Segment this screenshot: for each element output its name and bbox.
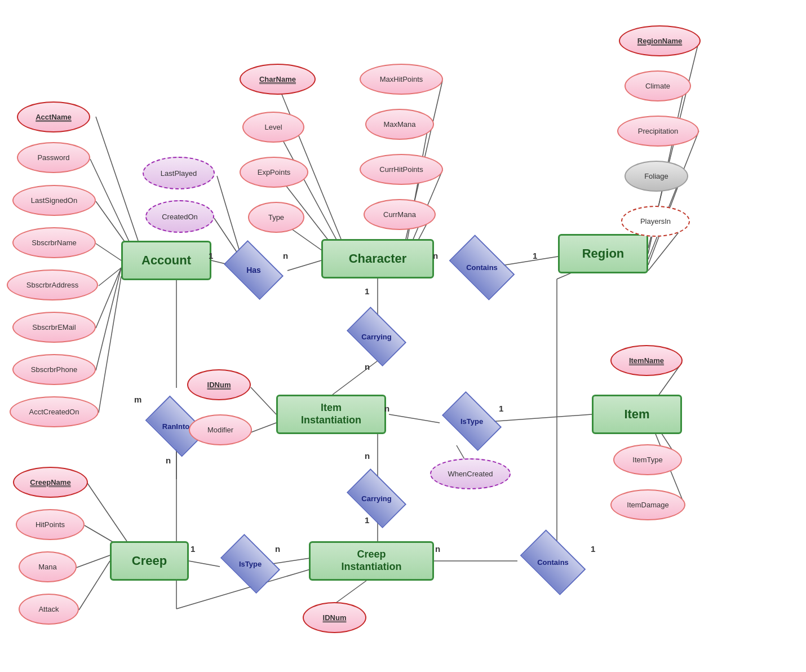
card-16: 1 bbox=[591, 544, 595, 554]
attr-lastplayed-label: LastPlayed bbox=[161, 169, 197, 178]
entity-account: Account bbox=[121, 241, 211, 280]
attr-level: Level bbox=[242, 112, 304, 143]
attr-itemname-label: ItemName bbox=[629, 356, 664, 365]
attr-createdon-label: CreatedOn bbox=[162, 213, 198, 221]
entity-character: Character bbox=[321, 239, 434, 278]
svg-line-28 bbox=[251, 387, 276, 414]
attr-whencreated-label: WhenCreated bbox=[448, 470, 493, 478]
svg-line-23 bbox=[648, 131, 699, 259]
attr-precipitation: Precipitation bbox=[617, 116, 699, 147]
card-14: n bbox=[275, 544, 280, 554]
attr-currmana-label: CurrMana bbox=[383, 210, 416, 219]
attr-playersin-label: PlayersIn bbox=[640, 217, 671, 226]
attr-climate: Climate bbox=[625, 70, 691, 101]
attr-level-label: Level bbox=[264, 123, 282, 131]
attr-charname-label: CharName bbox=[259, 75, 296, 83]
attr-whencreated: WhenCreated bbox=[430, 458, 511, 489]
svg-line-3 bbox=[96, 244, 121, 260]
attr-foliage-label: Foliage bbox=[644, 172, 668, 180]
attr-sbscrbreemail: SbscrbrEMail bbox=[12, 312, 96, 343]
attr-type-label: Type bbox=[268, 213, 284, 222]
svg-line-9 bbox=[287, 260, 321, 271]
attr-hitpoints: HitPoints bbox=[16, 509, 85, 540]
attr-sbscrbrname-label: SbscrbrName bbox=[32, 238, 76, 247]
entity-region-label: Region bbox=[582, 246, 625, 261]
card-10: 1 bbox=[365, 515, 369, 525]
attr-itemname: ItemName bbox=[610, 345, 683, 376]
svg-line-4 bbox=[99, 268, 121, 286]
entity-creep-inst-label: Creep Instantiation bbox=[342, 549, 402, 573]
attr-acctcreatedon-label: AcctCreatedOn bbox=[29, 408, 79, 416]
svg-line-40 bbox=[87, 483, 127, 541]
attr-sbscrbraddress-label: SbscrbrAddress bbox=[26, 281, 78, 289]
svg-line-6 bbox=[96, 268, 121, 370]
attr-acctcreatedon: AcctCreatedOn bbox=[10, 396, 99, 427]
svg-line-43 bbox=[79, 561, 110, 610]
attr-idnum2: IDNum bbox=[303, 602, 366, 633]
diamond-has: Has bbox=[219, 247, 289, 293]
diamond-contains2: Contains bbox=[513, 538, 593, 586]
attr-mana-label: Mana bbox=[38, 563, 57, 571]
attr-itemtype-label: ItemType bbox=[632, 456, 662, 464]
svg-line-27 bbox=[333, 361, 378, 395]
attr-regionname: RegionName bbox=[619, 25, 701, 56]
attr-lastplayed: LastPlayed bbox=[143, 157, 215, 189]
entity-item-instantiation: Item Instantiation bbox=[276, 395, 386, 434]
attr-sbscrbreemail-label: SbscrbrEMail bbox=[32, 323, 76, 331]
attr-charname: CharName bbox=[240, 64, 316, 95]
attr-playersin: PlayersIn bbox=[621, 206, 690, 237]
attr-attack-label: Attack bbox=[38, 605, 59, 613]
attr-exppoints-label: ExpPoints bbox=[258, 168, 291, 176]
attr-sbscrbraddress: SbscrbrAddress bbox=[7, 269, 98, 300]
entity-account-label: Account bbox=[141, 253, 191, 268]
attr-itemdamage: ItemDamage bbox=[610, 489, 685, 520]
er-diagram: Account Character Region Item Instantiat… bbox=[0, 0, 806, 672]
attr-maxmana: MaxMana bbox=[365, 109, 434, 140]
attr-sbscrbrphone: SbscrbrPhone bbox=[12, 354, 96, 385]
attr-idnum1-label: IDNum bbox=[207, 381, 231, 389]
entity-item-label: Item bbox=[624, 407, 649, 422]
attr-createdon: CreatedOn bbox=[145, 200, 214, 233]
card-15: n bbox=[435, 544, 440, 554]
svg-line-29 bbox=[251, 423, 276, 432]
card-7: n bbox=[384, 404, 389, 413]
attr-regionname-label: RegionName bbox=[637, 37, 682, 45]
attr-foliage: Foliage bbox=[625, 161, 688, 192]
entity-creep: Creep bbox=[110, 541, 189, 581]
card-11: m bbox=[134, 395, 141, 404]
card-2: n bbox=[283, 251, 288, 260]
attr-password: Password bbox=[17, 142, 90, 173]
attr-modifier-label: Modifier bbox=[207, 426, 233, 434]
attr-mana: Mana bbox=[19, 551, 77, 582]
entity-region: Region bbox=[558, 234, 648, 273]
diamond-carrying1: Carrying bbox=[340, 313, 413, 360]
diamond-contains1: Contains bbox=[442, 244, 521, 291]
attr-maxhitpoints: MaxHitPoints bbox=[360, 64, 443, 95]
svg-line-42 bbox=[76, 555, 110, 568]
entity-item: Item bbox=[592, 395, 682, 434]
attr-idnum2-label: IDNum bbox=[323, 613, 347, 622]
attr-climate-label: Climate bbox=[645, 82, 670, 90]
attr-currmana: CurrMana bbox=[364, 199, 436, 230]
card-4: 1 bbox=[533, 251, 537, 260]
svg-line-0 bbox=[96, 117, 138, 241]
attr-attack: Attack bbox=[19, 594, 79, 625]
card-5: 1 bbox=[365, 286, 369, 296]
card-6: n bbox=[365, 362, 370, 372]
attr-password-label: Password bbox=[37, 153, 69, 162]
card-3: n bbox=[433, 251, 438, 260]
attr-idnum1: IDNum bbox=[187, 369, 251, 400]
svg-line-30 bbox=[389, 414, 440, 423]
card-9: n bbox=[365, 451, 370, 461]
diamond-carrying2: Carrying bbox=[340, 475, 413, 522]
entity-creep-instantiation: Creep Instantiation bbox=[309, 541, 434, 581]
entity-character-label: Character bbox=[349, 251, 407, 266]
entity-item-inst-label: Item Instantiation bbox=[301, 402, 361, 426]
card-8: 1 bbox=[499, 404, 503, 413]
attr-precipitation-label: Precipitation bbox=[638, 127, 679, 135]
attr-lastsignedon-label: LastSignedOn bbox=[31, 196, 77, 205]
attr-itemdamage-label: ItemDamage bbox=[627, 501, 668, 509]
svg-line-7 bbox=[99, 276, 121, 413]
attr-lastsignedon: LastSignedOn bbox=[12, 185, 96, 216]
attr-type: Type bbox=[248, 202, 304, 233]
